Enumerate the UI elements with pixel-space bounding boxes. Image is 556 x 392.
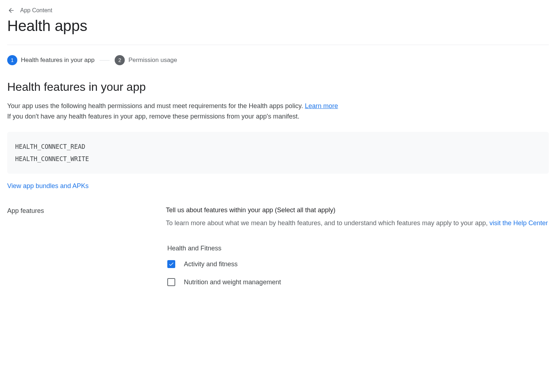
section-title: Health features in your app xyxy=(7,80,549,94)
step-1-label: Health features in your app xyxy=(21,57,94,64)
step-2-circle: 2 xyxy=(115,55,125,65)
step-connector xyxy=(100,60,110,61)
checkbox-label: Nutrition and weight management xyxy=(184,279,281,286)
back-arrow-icon[interactable] xyxy=(7,6,15,14)
features-group-title: Health and Fitness xyxy=(167,245,549,252)
features-section: App features Tell us about features with… xyxy=(7,206,549,297)
checkbox-icon xyxy=(167,278,175,286)
permission-item: HEALTH_CONNECT_WRITE xyxy=(15,153,541,165)
checkbox-activity-fitness[interactable]: Activity and fitness xyxy=(167,260,549,268)
checkbox-nutrition-weight[interactable]: Nutrition and weight management xyxy=(167,278,549,286)
checkbox-icon xyxy=(167,260,175,268)
page-title: Health apps xyxy=(7,17,549,35)
divider xyxy=(7,45,549,45)
header-breadcrumb-row: App Content xyxy=(7,6,549,14)
step-1-circle: 1 xyxy=(7,55,17,65)
step-2[interactable]: 2 Permission usage xyxy=(115,55,177,65)
checkbox-label: Activity and fitness xyxy=(184,260,238,268)
section-desc-line1: Your app uses the following health permi… xyxy=(7,101,549,111)
permission-item: HEALTH_CONNECT_READ xyxy=(15,141,541,153)
view-bundles-link[interactable]: View app bundles and APKs xyxy=(7,182,89,190)
breadcrumb[interactable]: App Content xyxy=(20,7,52,14)
learn-more-link[interactable]: Learn more xyxy=(305,102,338,110)
step-1[interactable]: 1 Health features in your app xyxy=(7,55,94,65)
permissions-box: HEALTH_CONNECT_READ HEALTH_CONNECT_WRITE xyxy=(7,132,549,174)
help-center-link[interactable]: visit the Help Center xyxy=(490,219,548,227)
section-desc-text: Your app uses the following health permi… xyxy=(7,102,305,110)
step-2-label: Permission usage xyxy=(128,57,177,64)
section-desc-line2: If you don't have any health features in… xyxy=(7,111,549,122)
features-left-label: App features xyxy=(7,206,151,297)
features-subtext: To learn more about what we mean by heal… xyxy=(166,218,549,228)
features-sub-pre: To learn more about what we mean by heal… xyxy=(166,219,490,227)
features-heading: Tell us about features within your app (… xyxy=(166,206,549,214)
stepper: 1 Health features in your app 2 Permissi… xyxy=(7,55,549,65)
